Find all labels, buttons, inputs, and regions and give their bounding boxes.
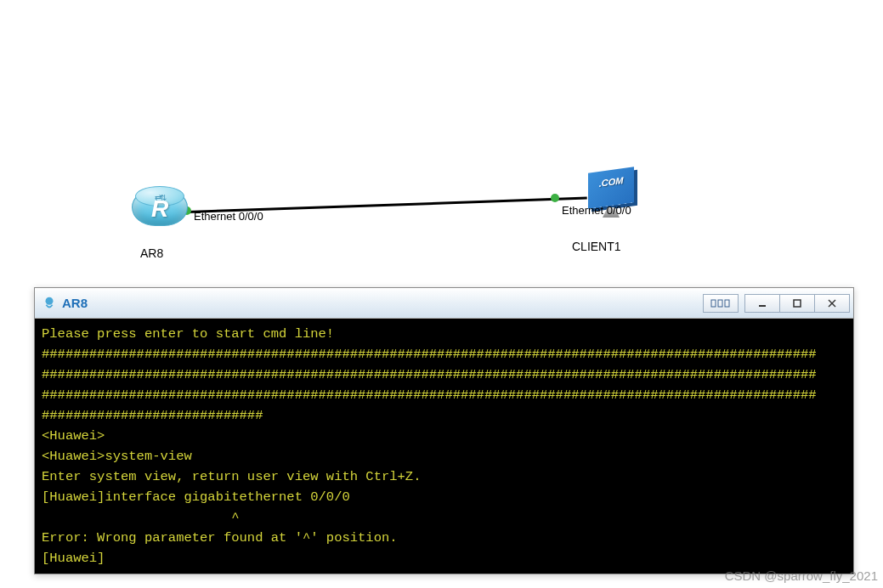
terminal-line: [Huawei]: [42, 551, 105, 566]
terminal-title: AR8: [62, 296, 703, 310]
terminal-line: ############################: [42, 408, 263, 423]
svg-rect-5: [794, 300, 801, 307]
app-icon: [42, 296, 57, 311]
svg-rect-2: [718, 300, 722, 307]
router-port-label: Ethernet 0/0/0: [194, 210, 263, 223]
terminal-line: <Huawei>: [42, 428, 105, 444]
router-letter: R: [151, 195, 168, 223]
maximize-button[interactable]: [779, 294, 815, 313]
close-button[interactable]: [814, 294, 850, 313]
terminal-output[interactable]: Please press enter to start cmd line! ##…: [35, 319, 853, 574]
terminal-window: AR8 Please press enter to start cmd line…: [34, 287, 854, 574]
watermark: CSDN @sparrow_fly_2021: [725, 568, 878, 583]
terminal-line: ########################################…: [42, 387, 817, 403]
terminal-line: ^: [42, 510, 240, 525]
terminal-line: Please press enter to start cmd line!: [42, 326, 334, 342]
terminal-line: <Huawei>system-view: [42, 449, 192, 464]
terminal-line: Error: Wrong parameter found at '^' posi…: [42, 530, 398, 546]
router-label: AR8: [140, 246, 163, 260]
terminal-line: ########################################…: [42, 347, 817, 362]
client-port-label: Ethernet 0/0/0: [562, 204, 631, 217]
client-port-indicator: [551, 194, 559, 202]
settings-button[interactable]: [703, 294, 739, 313]
svg-rect-3: [725, 300, 729, 307]
network-topology-canvas[interactable]: ⇄⇅ R AR8 Ethernet 0/0/0 .COM CLIENT1 Eth…: [0, 0, 883, 280]
minimize-button[interactable]: [744, 294, 780, 313]
svg-point-0: [46, 297, 54, 304]
client-label: CLIENT1: [572, 240, 621, 253]
terminal-line: Enter system view, return user view with…: [42, 469, 421, 484]
terminal-line: ########################################…: [42, 367, 817, 382]
svg-rect-1: [711, 300, 716, 307]
terminal-line: [Huawei]interface gigabitethernet 0/0/0: [42, 489, 350, 505]
client-box-text: .COM: [599, 175, 624, 189]
router-device-ar8[interactable]: ⇄⇅ R: [132, 189, 188, 235]
terminal-titlebar[interactable]: AR8: [35, 288, 853, 319]
